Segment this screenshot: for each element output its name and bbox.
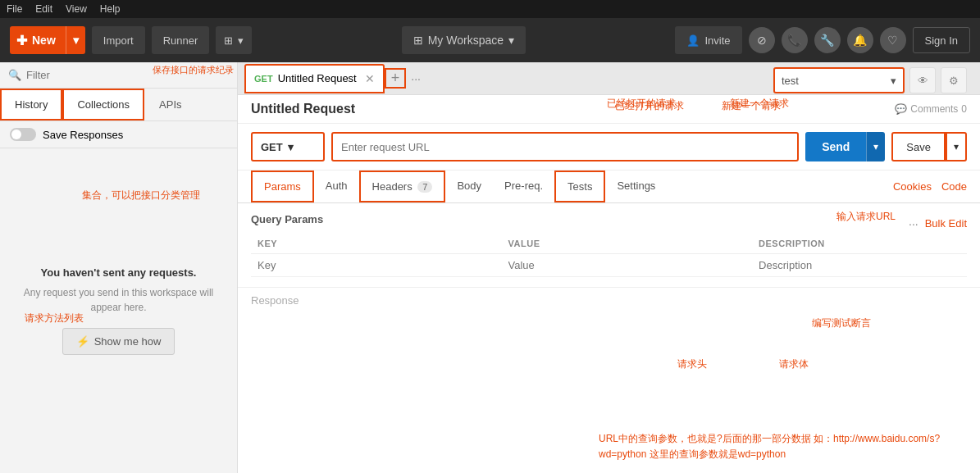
query-params-actions: ··· Bulk Edit [909,217,967,230]
save-responses-label: Save Responses [43,129,123,141]
save-responses-toggle[interactable] [10,128,36,141]
param-row-1 [251,254,967,277]
subtab-params[interactable]: Params [251,171,314,202]
url-bar: GET ▾ Send ▾ Save ▾ [238,124,980,171]
empty-desc: Any request you send in this workspace w… [16,285,221,315]
sidebar-search-bar: 🔍 保存接口的请求纪录 [0,62,237,89]
subtab-auth[interactable]: Auth [314,171,359,202]
menu-edit[interactable]: Edit [35,3,52,15]
menu-view[interactable]: View [66,3,87,15]
show-me-button[interactable]: ⚡ Show me how [62,328,175,355]
method-select[interactable]: GET ▾ [251,132,325,161]
url-input[interactable] [331,132,799,161]
env-gear-icon[interactable]: ⚙ [941,67,967,93]
env-eye-icon[interactable]: 👁 [909,67,936,93]
environment-select[interactable]: test ▾ [773,67,905,93]
cookies-link[interactable]: Cookies [893,180,932,193]
query-params-title: Query Params [251,213,323,225]
tab-more-button[interactable]: ··· [406,72,426,85]
param-value-input[interactable] [508,259,746,271]
invite-icon: 👤 [686,34,700,47]
header: ✚ New ▾ Import Runner ⊞ ▾ ⊞ My Workspace… [0,18,980,62]
sidebar-tab-apis[interactable]: APIs [144,89,196,121]
workspace-center: ⊞ My Workspace ▾ [258,26,668,54]
comments-count: 0 [961,103,967,115]
tab-name: Untitled Request [278,72,357,84]
menu-file[interactable]: File [7,3,22,15]
annot-params: URL中的查询参数，也就是?后面的那一部分数据 如：http://www.bai… [599,431,980,462]
bulk-edit-link[interactable]: Bulk Edit [925,217,967,230]
method-dropdown-icon: ▾ [288,141,294,153]
plus-icon: ✚ [16,33,27,48]
request-subtabs: Params Auth Headers 7 Body Pre-req. Test… [238,171,980,203]
bell-icon[interactable]: 🔔 [847,27,873,53]
request-title: Untitled Request [251,102,355,116]
col-value-header: VALUE [502,234,753,254]
menu-help[interactable]: Help [100,3,121,15]
response-area: Response [238,287,980,313]
search-header-icon[interactable]: ⊘ [749,27,775,53]
param-actions-cell [931,254,967,277]
proxy-button[interactable]: ⊞ ▾ [216,26,252,54]
col-desc-header: DESCRIPTION [752,234,931,254]
subtab-tests[interactable]: Tests [554,171,605,202]
annotation-collections: 集合，可以把接口分类管理 [82,189,200,202]
sidebar: 🔍 保存接口的请求纪录 History Collections APIs Sav… [0,62,238,473]
invite-label: Invite [704,34,730,47]
show-me-label: Show me how [94,335,162,348]
send-button[interactable]: Send [805,132,866,161]
new-dropdown-arrow[interactable]: ▾ [66,26,85,54]
wrench-icon[interactable]: 🔧 [814,27,841,53]
method-value: GET [261,141,283,153]
annot-body: 请求体 [779,357,809,371]
subtab-body[interactable]: Body [445,171,493,202]
param-desc-input[interactable] [759,259,924,271]
sidebar-tab-history[interactable]: History [0,89,62,121]
headers-count-badge: 7 [417,181,432,193]
send-dropdown-button[interactable]: ▾ [866,132,885,161]
col-key-header: KEY [251,234,502,254]
annotation-new-tab: 新建一个请求 [722,99,781,113]
comments-icon: 💬 [895,103,907,115]
comments-label: Comments [910,103,958,115]
runner-button[interactable]: Runner [152,26,210,54]
subtab-settings[interactable]: Settings [605,171,667,202]
request-name-bar: Untitled Request 💬 Comments 0 [238,95,980,124]
tab-close-icon[interactable]: ✕ [365,72,375,85]
sidebar-tabs: History Collections APIs [0,89,237,121]
query-params-section: Query Params ··· Bulk Edit KEY VALUE DES… [238,203,980,287]
phone-icon[interactable]: 📞 [782,27,808,53]
comments-link[interactable]: 💬 Comments 0 [895,103,967,115]
save-dropdown-button[interactable]: ▾ [946,132,967,161]
signin-button[interactable]: Sign In [913,27,970,53]
param-desc-cell [752,254,931,277]
lightning-icon: ⚡ [76,335,89,348]
more-icon[interactable]: ··· [909,217,918,230]
workspace-button[interactable]: ⊞ My Workspace ▾ [402,26,526,54]
subtab-prereq[interactable]: Pre-req. [493,171,554,202]
save-button[interactable]: Save [891,132,946,161]
sidebar-tab-collections[interactable]: Collections [62,89,144,121]
annot-tests: 编写测试断言 [812,316,871,330]
save-btn-group: Save ▾ [891,132,967,161]
save-responses-row: Save Responses [0,121,237,148]
proxy-icon: ⊞ [224,34,233,47]
code-link[interactable]: Code [941,180,967,193]
empty-title: You haven't sent any requests. [41,266,197,279]
new-tab-button[interactable]: + [385,68,407,89]
new-label: New [32,34,56,47]
subtab-headers[interactable]: Headers 7 [359,171,446,202]
menu-bar: File Edit View Help [0,0,980,18]
param-key-input[interactable] [258,259,495,271]
send-btn-group: Send ▾ [805,132,885,161]
param-key-cell [251,254,502,277]
invite-button[interactable]: 👤 Invite [675,26,741,54]
col-actions-header [931,234,967,254]
heart-icon[interactable]: ♡ [880,27,906,53]
import-button[interactable]: Import [92,26,145,54]
request-tab-active[interactable]: GET Untitled Request ✕ [244,64,385,93]
header-right: ⊘ 📞 🔧 🔔 ♡ Sign In [749,27,970,53]
workspace-grid-icon: ⊞ [413,34,423,47]
new-button[interactable]: ✚ New ▾ [10,26,85,54]
headers-label: Headers [372,180,413,193]
